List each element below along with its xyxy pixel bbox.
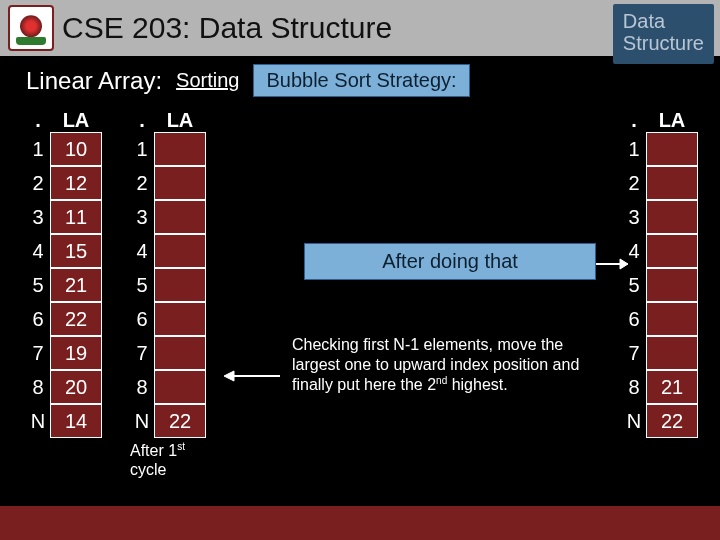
row-value: 19 [50,336,102,370]
row-index: 1 [622,132,646,166]
row-index: 4 [26,234,50,268]
row-value: 20 [50,370,102,404]
row-value [646,268,698,302]
col-head-val: LA [646,109,698,132]
row-index: 5 [26,268,50,302]
row-index: 4 [130,234,154,268]
table-row: N14 [26,404,102,438]
table-row: 5 [130,268,206,302]
note-part2: highest. [447,376,507,393]
table-row: 4 [130,234,206,268]
after-post: cycle [130,461,166,478]
row-value [154,234,206,268]
row-value: 22 [646,404,698,438]
table-row: 5 [622,268,698,302]
col-head-val: LA [154,109,206,132]
subhead-row: Linear Array: Sorting Bubble Sort Strate… [0,56,720,101]
bubble-sort-badge: Bubble Sort Strategy: [253,64,469,97]
table-row: 2 [130,166,206,200]
svg-marker-1 [620,259,628,269]
row-index: 1 [26,132,50,166]
row-index: N [26,404,50,438]
footer-bar [0,506,720,540]
row-value: 11 [50,200,102,234]
table-row: 622 [26,302,102,336]
row-index: 1 [130,132,154,166]
row-index: 2 [130,166,154,200]
table-row: 3 [130,200,206,234]
array-2: . LA 12345678N22 [130,109,206,438]
table-row: 212 [26,166,102,200]
table-row: 821 [622,370,698,404]
table-row: 6 [130,302,206,336]
row-value [646,302,698,336]
row-value [646,200,698,234]
row-value [154,302,206,336]
table-row: N22 [130,404,206,438]
after-sup: st [177,441,185,452]
explanation-note: Checking first N-1 elements, move the la… [292,335,592,395]
row-value: 15 [50,234,102,268]
row-index: N [622,404,646,438]
row-index: 7 [622,336,646,370]
row-index: 3 [622,200,646,234]
table-row: 8 [130,370,206,404]
arrow-right-icon [596,257,628,271]
table-row: 3 [622,200,698,234]
table-row: 820 [26,370,102,404]
row-index: 7 [26,336,50,370]
row-value [646,336,698,370]
after-pre: After 1 [130,442,177,459]
after-doing-that-bubble: After doing that [304,243,596,280]
array-1: . LA 110212311415521622719820N14 [26,109,102,438]
row-index: 5 [130,268,154,302]
corner-line2: Structure [623,32,704,54]
row-index: 6 [622,302,646,336]
sorting-label: Sorting [176,69,239,92]
table-row: 415 [26,234,102,268]
row-value [154,132,206,166]
row-index: 3 [26,200,50,234]
table-row: 311 [26,200,102,234]
table-row: 1 [130,132,206,166]
row-index: 3 [130,200,154,234]
row-index: 7 [130,336,154,370]
row-value [154,166,206,200]
row-index: N [130,404,154,438]
row-index: 8 [26,370,50,404]
row-index: 8 [130,370,154,404]
corner-label: Data Structure [613,4,714,64]
row-value: 22 [50,302,102,336]
row-value [154,336,206,370]
table-row: 7 [622,336,698,370]
table-row: 4 [622,234,698,268]
content-area: . LA 110212311415521622719820N14 . LA 12… [0,101,720,531]
linear-array-label: Linear Array: [26,67,162,95]
col-head-idx: . [26,109,50,132]
row-value: 21 [646,370,698,404]
table-row: 521 [26,268,102,302]
table-row: 110 [26,132,102,166]
col-head-val: LA [50,109,102,132]
row-value: 21 [50,268,102,302]
row-value [154,370,206,404]
table-row: 7 [130,336,206,370]
row-value [646,166,698,200]
row-value [154,200,206,234]
arrow-left-icon [224,369,280,383]
corner-line1: Data [623,10,704,32]
note-sup: nd [436,375,447,386]
row-index: 2 [26,166,50,200]
array-3: . LA 1234567821N22 [622,109,698,438]
table-row: 719 [26,336,102,370]
table-row: N22 [622,404,698,438]
row-value: 12 [50,166,102,200]
col-head-idx: . [622,109,646,132]
university-logo-icon [8,5,54,51]
row-value [646,132,698,166]
row-index: 5 [622,268,646,302]
row-index: 6 [26,302,50,336]
after-first-cycle-label: After 1st cycle [130,441,220,479]
row-value: 22 [154,404,206,438]
row-index: 6 [130,302,154,336]
